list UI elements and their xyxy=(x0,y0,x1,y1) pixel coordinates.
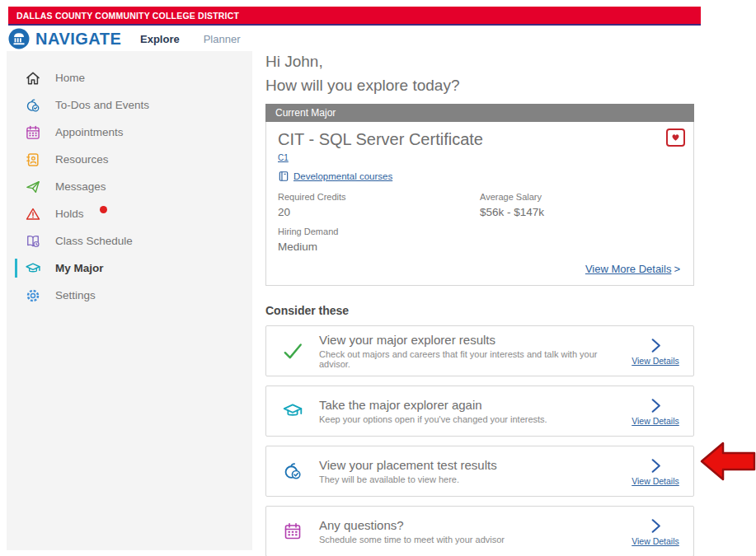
consider-card-title: Any questions? xyxy=(319,518,614,532)
view-more-details-link[interactable]: View More Details xyxy=(585,263,672,275)
sidebar-item-appointments[interactable]: Appointments xyxy=(7,119,252,146)
sidebar-item-label: Holds xyxy=(55,208,84,220)
view-details-link[interactable]: View Details xyxy=(632,476,679,486)
address-book-icon xyxy=(25,152,41,168)
sidebar-item-todos[interactable]: To-Dos and Events xyxy=(7,91,252,119)
consider-card-subtitle: Check out majors and careers that fit yo… xyxy=(319,349,614,369)
navigate-logo[interactable]: NAVIGATE xyxy=(8,28,121,49)
consider-card-text: Any questions? Schedule some time to mee… xyxy=(319,518,617,544)
header-tabs: Explore Planner xyxy=(140,33,241,45)
greeting-line-2: How will you explore today? xyxy=(265,73,697,97)
app-header: NAVIGATE Explore Planner xyxy=(8,26,701,52)
current-major-body: CIT - SQL Server Certificate C1 Developm… xyxy=(265,122,694,286)
brand-name: NAVIGATE xyxy=(35,30,121,49)
developmental-courses-link[interactable]: Developmental courses xyxy=(293,171,392,181)
view-details-link[interactable]: View Details xyxy=(632,536,679,546)
graduation-cap-icon xyxy=(266,400,319,422)
sidebar-item-class-schedule[interactable]: Class Schedule xyxy=(7,227,252,255)
stat-value: Medium xyxy=(278,241,480,253)
greeting: Hi John, How will you explore today? xyxy=(265,49,697,98)
current-major-card: Current Major CIT - SQL Server Certifica… xyxy=(265,104,694,286)
stat-label: Hiring Demand xyxy=(278,227,480,236)
stat-value: $56k - $147k xyxy=(480,206,682,218)
consider-card-any-questions[interactable]: Any questions? Schedule some time to mee… xyxy=(265,506,694,556)
sidebar-item-resources[interactable]: Resources xyxy=(7,146,252,173)
sidebar-item-label: Messages xyxy=(55,180,106,193)
stat-value: 20 xyxy=(278,206,480,218)
warning-triangle-icon xyxy=(25,206,41,222)
apple-check-icon xyxy=(25,97,41,114)
gear-icon xyxy=(25,287,41,304)
major-stats: Required Credits 20 Average Salary $56k … xyxy=(278,192,682,261)
district-banner-text: DALLAS COUNTY COMMUNITY COLLEGE DISTRICT xyxy=(16,11,239,21)
chevron-right-icon[interactable] xyxy=(646,456,665,475)
graduation-cap-icon xyxy=(25,260,41,277)
consider-card-major-explorer-again[interactable]: Take the major explorer again Keep your … xyxy=(265,385,694,437)
sidebar-item-label: Resources xyxy=(55,153,109,166)
tab-planner[interactable]: Planner xyxy=(204,33,241,45)
holds-notification-badge xyxy=(100,206,107,213)
stat-label: Required Credits xyxy=(278,192,480,202)
open-book-clock-icon xyxy=(25,233,41,250)
sidebar-item-home[interactable]: Home xyxy=(7,64,252,91)
calendar-icon xyxy=(25,124,41,141)
tab-explore[interactable]: Explore xyxy=(140,33,180,45)
sidebar-item-settings[interactable]: Settings xyxy=(7,282,252,309)
major-title: CIT - SQL Server Certificate xyxy=(278,130,682,149)
chevron-right-glyph: > xyxy=(674,263,680,275)
current-major-header: Current Major xyxy=(265,104,694,122)
developmental-courses-row: Developmental courses xyxy=(278,171,682,182)
consider-card-text: View your placement test results They wi… xyxy=(319,458,617,484)
greeting-line-1: Hi John, xyxy=(265,49,697,73)
stat-average-salary: Average Salary $56k - $147k xyxy=(480,192,682,227)
stat-hiring-demand: Hiring Demand Medium xyxy=(278,227,480,261)
chevron-right-icon[interactable] xyxy=(646,336,665,355)
institution-logo-icon xyxy=(8,28,30,49)
consider-card-subtitle: Keep your options open if you've changed… xyxy=(319,414,614,424)
view-details-link[interactable]: View Details xyxy=(632,356,679,366)
calendar-icon xyxy=(266,521,319,541)
chevron-right-icon[interactable] xyxy=(646,516,665,535)
view-details-link[interactable]: View Details xyxy=(632,416,679,426)
consider-card-major-explorer-results[interactable]: View your major explorer results Check o… xyxy=(265,325,694,376)
journal-icon xyxy=(278,171,289,182)
consider-these-heading: Consider these xyxy=(265,304,697,317)
major-code-link[interactable]: C1 xyxy=(278,153,289,162)
consider-card-title: View your major explorer results xyxy=(319,333,614,347)
consider-card-actions: View Details xyxy=(617,396,693,426)
consider-card-actions: View Details xyxy=(617,516,693,546)
paper-plane-icon xyxy=(25,179,41,195)
sidebar-item-label: Appointments xyxy=(55,126,124,138)
stat-required-credits: Required Credits 20 xyxy=(278,192,480,227)
consider-card-placement-test-results[interactable]: View your placement test results They wi… xyxy=(265,446,694,497)
consider-card-subtitle: They will be available to view here. xyxy=(319,474,614,484)
sidebar-item-label: Home xyxy=(55,72,85,84)
district-banner: DALLAS COUNTY COMMUNITY COLLEGE DISTRICT xyxy=(8,7,701,26)
major-footer: View More Details> xyxy=(278,261,682,280)
sidebar-item-label: To-Dos and Events xyxy=(55,99,149,111)
sidebar-item-my-major[interactable]: My Major xyxy=(7,255,252,282)
sidebar-item-holds[interactable]: Holds xyxy=(7,200,252,227)
apple-check-icon xyxy=(266,460,319,482)
consider-card-subtitle: Schedule some time to meet with your adv… xyxy=(319,535,614,544)
consider-card-text: View your major explorer results Check o… xyxy=(319,333,617,369)
home-icon xyxy=(25,70,41,86)
sidebar-item-label: Class Schedule xyxy=(55,235,133,247)
sidebar-item-label: My Major xyxy=(55,262,104,274)
consider-card-title: Take the major explorer again xyxy=(319,398,614,412)
red-arrow-annotation-icon xyxy=(700,439,756,484)
sidebar: Home To-Dos and Events Appointments Reso… xyxy=(7,51,252,550)
sidebar-item-messages[interactable]: Messages xyxy=(7,173,252,200)
chevron-right-icon[interactable] xyxy=(646,396,665,415)
consider-card-actions: View Details xyxy=(617,336,693,366)
consider-card-actions: View Details xyxy=(617,456,693,486)
main-content: Hi John, How will you explore today? Cur… xyxy=(265,49,697,556)
consider-card-title: View your placement test results xyxy=(319,458,614,472)
favorite-heart-icon[interactable] xyxy=(666,128,685,147)
stat-label: Average Salary xyxy=(480,192,682,202)
sidebar-item-label: Settings xyxy=(55,289,96,301)
consider-card-text: Take the major explorer again Keep your … xyxy=(319,398,617,424)
green-check-icon xyxy=(266,340,319,362)
